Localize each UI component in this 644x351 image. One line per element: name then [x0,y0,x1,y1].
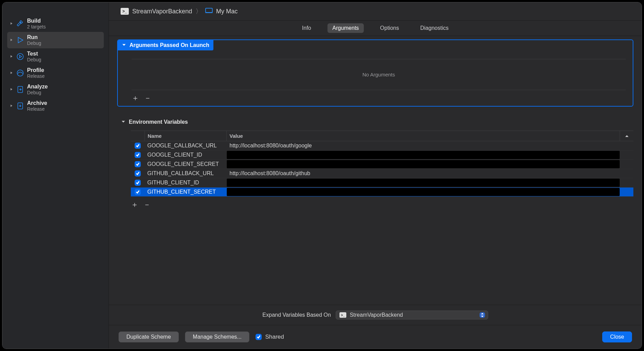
sidebar-item-sub: Release [27,106,47,112]
chevron-right-icon[interactable] [9,87,13,92]
env-section: Environment Variables Name Value [117,117,633,217]
chevron-right-icon: 〉 [196,7,202,15]
chevron-right-icon[interactable] [9,104,13,108]
env-row[interactable]: GITHUB_CALLBACK_URL http://localhost:808… [131,169,633,178]
env-var-value[interactable] [227,188,620,196]
checkbox-icon[interactable] [135,170,141,177]
breadcrumb-target[interactable]: My Mac [216,8,238,15]
chevron-right-icon[interactable] [9,71,13,75]
tab-options[interactable]: Options [375,23,404,33]
sidebar-item-label: Build [27,17,46,24]
chevron-right-icon[interactable] [9,55,13,59]
checkbox-icon[interactable] [135,152,141,158]
breadcrumb-project[interactable]: StreamVaporBackend [132,8,192,15]
sidebar-item-run[interactable]: Run Debug [7,32,104,48]
sidebar-item-sub: Debug [27,40,41,46]
expand-variables-row: Expand Variables Based On >_ StreamVapor… [109,305,642,325]
chevron-down-icon [122,42,126,48]
footer: Duplicate Scheme Manage Schemes... Share… [109,325,642,349]
remove-argument-button[interactable]: － [144,93,151,103]
env-var-value[interactable]: http://localhost:8080/oauth/github [227,169,620,178]
sidebar-item-sub: 2 targets [27,24,46,30]
env-row[interactable]: GOOGLE_CALLBACK_URL http://localhost:808… [131,141,633,150]
expand-scheme-value: StreamVaporBackend [350,312,403,318]
executable-icon: >_ [121,8,129,15]
chevron-right-icon[interactable] [9,38,13,42]
env-var-name[interactable]: GOOGLE_CALLBACK_URL [145,141,227,150]
env-section-title: Environment Variables [129,119,188,125]
env-table: Name Value GOOGLE_CALLBACK_URL http://lo… [131,131,633,217]
env-row[interactable]: GITHUB_CLIENT_ID [131,178,633,187]
sidebar-item-label: Test [27,50,41,57]
svg-rect-5 [205,12,212,13]
mac-icon [205,8,213,15]
env-var-value[interactable] [227,179,620,187]
env-row[interactable]: GOOGLE_CLIENT_SECRET [131,160,633,169]
close-button[interactable]: Close [602,331,632,342]
sidebar-item-profile[interactable]: Profile Release [7,65,104,81]
manage-schemes-button[interactable]: Manage Schemes... [185,331,249,342]
shared-label: Shared [265,334,284,340]
expand-label: Expand Variables Based On [262,312,331,318]
breadcrumb: >_ StreamVaporBackend 〉 My Mac [109,2,642,21]
checkbox-icon[interactable] [135,161,141,167]
env-var-value[interactable] [227,151,620,159]
sidebar-item-label: Archive [27,100,47,106]
remove-env-var-button[interactable]: － [143,199,151,210]
tab-info[interactable]: Info [297,23,316,33]
sidebar-item-sub: Debug [27,57,41,63]
checkbox-icon [256,334,262,340]
scheme-editor-window: Build 2 targets Run Debug [2,2,642,349]
main-panel: >_ StreamVaporBackend 〉 My Mac Info Argu… [109,2,642,349]
chevron-right-icon[interactable] [9,22,13,26]
sidebar-item-test[interactable]: Test Debug [7,48,104,65]
env-var-name[interactable]: GOOGLE_CLIENT_SECRET [145,160,227,169]
hammer-icon [15,19,25,28]
sidebar-item-label: Analyze [27,83,48,90]
env-section-header[interactable]: Environment Variables [117,117,192,127]
archive-doc-icon [15,101,25,111]
tab-diagnostics[interactable]: Diagnostics [416,23,454,33]
col-name[interactable]: Name [145,131,227,141]
env-table-header: Name Value [131,131,633,141]
env-var-name[interactable]: GITHUB_CLIENT_SECRET [145,187,227,196]
arguments-section-header[interactable]: Arguments Passed On Launch [118,40,213,50]
env-row[interactable]: GOOGLE_CLIENT_ID [131,150,633,160]
no-arguments-label: No Arguments [132,59,626,90]
arguments-section-title: Arguments Passed On Launch [129,42,209,48]
doc-arrow-icon [15,85,25,94]
add-env-var-button[interactable]: ＋ [131,199,138,210]
col-value[interactable]: Value [227,131,620,141]
wrench-play-icon [15,52,25,61]
env-var-name[interactable]: GITHUB_CALLBACK_URL [145,169,227,178]
env-var-name[interactable]: GITHUB_CLIENT_ID [145,178,227,187]
env-var-value[interactable] [227,160,620,168]
checkbox-icon[interactable] [135,189,141,195]
updown-arrows-icon [480,312,485,318]
gauge-icon [15,68,25,78]
env-var-value[interactable]: http://localhost:8080/oauth/google [227,141,620,150]
env-var-name[interactable]: GOOGLE_CLIENT_ID [145,150,227,159]
sidebar-item-analyze[interactable]: Analyze Debug [7,81,104,98]
tab-arguments[interactable]: Arguments [327,23,363,33]
svg-rect-4 [206,8,212,12]
duplicate-scheme-button[interactable]: Duplicate Scheme [119,331,179,342]
sidebar-item-archive[interactable]: Archive Release [7,98,104,114]
sidebar-item-label: Run [27,34,41,40]
sort-indicator-icon[interactable] [620,131,633,141]
arguments-section: Arguments Passed On Launch No Arguments … [117,39,633,107]
executable-icon: >_ [339,312,346,318]
svg-point-0 [17,53,23,60]
expand-scheme-select[interactable]: >_ StreamVaporBackend [336,311,488,319]
env-row[interactable]: GITHUB_CLIENT_SECRET [131,187,633,197]
shared-checkbox[interactable]: Shared [256,334,284,340]
content-area: Arguments Passed On Launch No Arguments … [109,36,642,305]
add-argument-button[interactable]: ＋ [132,93,139,103]
checkbox-icon[interactable] [135,180,141,186]
scheme-sidebar: Build 2 targets Run Debug [2,2,109,349]
play-icon [15,35,25,45]
sidebar-item-build[interactable]: Build 2 targets [7,15,104,32]
checkbox-icon[interactable] [135,143,141,149]
sidebar-item-sub: Debug [27,90,48,96]
tab-bar: Info Arguments Options Diagnostics [109,21,642,36]
